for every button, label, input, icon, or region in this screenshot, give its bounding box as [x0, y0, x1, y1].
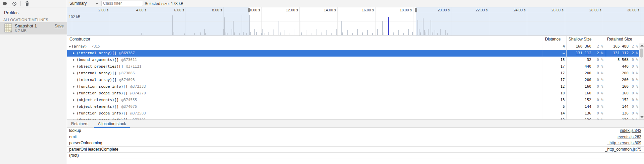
class-filter-input[interactable] — [101, 1, 143, 6]
column-separator — [543, 36, 543, 119]
expand-arrow-icon[interactable] — [73, 99, 75, 101]
shallow-size-cell: 32 — [567, 57, 591, 63]
table-row[interactable]: (array)×3154160 3602 %165 4882 % — [67, 43, 639, 50]
table-row[interactable]: (object properties)[]@371121174400 %4400… — [67, 63, 639, 70]
stack-frame-row[interactable]: (root) — [67, 153, 644, 159]
tick-row-border — [67, 13, 644, 13]
grid-scrollbar[interactable] — [639, 43, 644, 119]
scrollbar-up-icon[interactable] — [640, 45, 644, 47]
retained-size-cell: 440 — [605, 63, 629, 70]
tab-retainers[interactable]: Retainers — [67, 120, 92, 127]
expand-arrow-icon[interactable] — [73, 92, 75, 95]
column-header-retained-size[interactable]: Retained Size — [607, 37, 632, 42]
scrollbar-thumb[interactable] — [640, 49, 643, 58]
table-row[interactable]: (function scope info)[]@372583141360 %13… — [67, 110, 639, 117]
allocation-stack-list: lookupindex.js:343emitevents.js:263parse… — [67, 128, 644, 164]
retained-size-cell: 131 112 — [605, 50, 629, 57]
table-row[interactable]: (function scope info)[]@372333121600 %16… — [67, 83, 639, 90]
allocation-bar — [357, 29, 358, 35]
column-separator — [566, 36, 567, 119]
timeline-tick-label: 30.00 s — [612, 8, 639, 12]
source-location-link[interactable]: _http_common.js:75 — [605, 147, 641, 153]
expand-arrow-icon[interactable] — [73, 72, 75, 75]
stack-function-name: lookup — [67, 128, 81, 133]
constructor-cell: (internal array)[]@374093 — [77, 77, 135, 83]
stack-function-name: (root) — [67, 153, 79, 158]
stack-frame-row[interactable]: emitevents.js:263 — [67, 134, 644, 141]
allocation-bar — [321, 32, 321, 35]
expand-arrow-icon[interactable] — [73, 85, 75, 88]
table-row[interactable]: (function scope info)[]@373101131360 %13… — [67, 117, 639, 119]
allocation-bar — [249, 15, 250, 35]
record-button[interactable] — [3, 2, 7, 5]
perspective-select-value: Summary — [69, 1, 87, 6]
scale-gridline — [67, 21, 644, 21]
perspective-select[interactable]: Summary — [69, 0, 87, 7]
stack-frame-row[interactable]: parserOnIncoming_http_server.js:809 — [67, 140, 644, 147]
timeline-gridline — [375, 7, 376, 35]
allocation-bar — [412, 32, 413, 35]
stack-frame-row[interactable]: lookupindex.js:343 — [67, 128, 644, 134]
delete-profile-icon[interactable] — [25, 1, 30, 6]
retained-pct-cell: 0 % — [629, 90, 638, 97]
table-row[interactable]: (function scope info)[]@374279101600 %16… — [67, 90, 639, 97]
source-location-link[interactable]: events.js:263 — [617, 134, 641, 140]
allocation-bar — [274, 29, 274, 35]
retained-pct-cell: 0 % — [629, 110, 638, 117]
table-row[interactable]: (object elements)[]@374555131520 %1520 % — [67, 97, 639, 103]
expand-arrow-icon[interactable] — [73, 112, 75, 115]
stack-function-name: emit — [67, 135, 77, 139]
selection-handle-left[interactable] — [248, 8, 250, 12]
timeline-scale-label: 102 kB — [69, 15, 80, 19]
column-header-shallow-size[interactable]: Shallow Size — [568, 37, 592, 42]
timeline-gridline — [641, 7, 641, 35]
clear-icon[interactable] — [12, 1, 17, 6]
allocation-timeline-overview[interactable]: 2.00 s4.00 s6.00 s8.00 s10.00 s12.00 s14… — [67, 7, 644, 36]
expand-arrow-icon[interactable] — [73, 105, 75, 108]
table-row[interactable]: (bound arguments)[]@37361115320 %5 5680 … — [67, 57, 639, 63]
constructor-cell: (internal array)[]@369387 — [77, 50, 135, 57]
tab-allocation-stack[interactable]: Allocation stack — [94, 120, 130, 128]
retained-size-cell: 136 — [605, 110, 629, 117]
expand-arrow-icon[interactable] — [73, 52, 75, 55]
expand-arrow-icon[interactable] — [73, 59, 75, 61]
allocation-bar — [316, 29, 316, 35]
constructor-name: (object elements)[] — [77, 98, 119, 102]
column-header-distance[interactable]: Distance — [545, 37, 561, 42]
distance-cell: 12 — [544, 83, 565, 90]
timeline-tick-label: 2.00 s — [82, 8, 108, 12]
distance-cell: 17 — [544, 63, 565, 70]
distance-cell: – — [544, 50, 565, 57]
detail-tabbar: Retainers Allocation stack — [67, 119, 644, 128]
selection-handle-right[interactable] — [415, 8, 417, 12]
stack-frame-row[interactable]: parserOnHeadersComplete_http_common.js:7… — [67, 147, 644, 153]
allocation-bar — [256, 32, 257, 35]
timeline-gridline — [527, 7, 527, 35]
constructor-cell: (array)×315 — [71, 43, 100, 50]
constructor-cell: (internal array)[]@373885 — [77, 70, 135, 77]
table-row[interactable]: (internal array)[]@374093172000 %2000 % — [67, 77, 639, 83]
allocation-bar — [419, 29, 419, 35]
expand-arrow-icon[interactable] — [73, 65, 75, 68]
collapse-arrow-icon[interactable] — [68, 46, 71, 48]
sidebar-item-snapshot[interactable]: % Snapshot 1 6.7 MB Save — [0, 22, 67, 34]
source-location-link[interactable]: index.js:343 — [620, 128, 641, 134]
column-separator — [606, 36, 606, 119]
retained-pct-cell: 0 % — [629, 70, 638, 77]
table-row[interactable]: (object elements)[]@37407551440 %1440 % — [67, 103, 639, 110]
scrollbar-down-icon[interactable] — [640, 116, 644, 118]
distance-cell: 14 — [544, 110, 565, 117]
table-row[interactable]: (internal array)[]@369387–131 1122 %131 … — [67, 50, 639, 57]
timeline-gridline — [186, 7, 186, 35]
source-location-link[interactable]: _http_server.js:809 — [607, 140, 641, 146]
allocation-bar — [141, 33, 142, 35]
timeline-tick-label: 26.00 s — [537, 8, 563, 12]
constructor-name: (internal array)[] — [77, 78, 116, 82]
column-header-constructor[interactable]: Constructor — [69, 37, 90, 42]
allocation-bar — [232, 29, 232, 35]
save-link[interactable]: Save — [55, 24, 64, 28]
constructor-name: (object properties)[] — [77, 64, 123, 69]
allocation-bar — [204, 29, 205, 35]
table-row[interactable]: (internal array)[]@373885172000 %2000 % — [67, 70, 639, 77]
constructor-name: (function scope info)[] — [77, 84, 128, 89]
